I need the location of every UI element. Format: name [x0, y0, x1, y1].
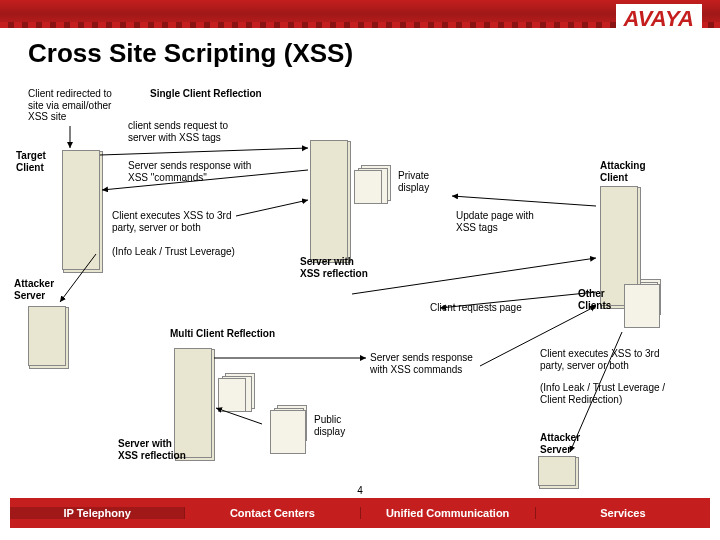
label-leak1: (Info Leak / Trust Leverage) — [112, 246, 235, 258]
server-box-1 — [310, 140, 348, 260]
top-bar — [0, 0, 720, 28]
label-target-client: TargetClient — [16, 150, 46, 173]
svg-line-3 — [236, 200, 308, 216]
heading-single: Single Client Reflection — [150, 88, 262, 100]
label-exec1: Client executes XSS to 3rdparty, server … — [112, 210, 232, 233]
sheets-other — [624, 284, 660, 328]
label-update: Update page withXSS tags — [456, 210, 534, 233]
page-number: 4 — [357, 485, 363, 496]
page-title: Cross Site Scripting (XSS) — [28, 38, 353, 69]
label-attacker-server2: AttackerServer — [540, 432, 580, 455]
label-leak2: (Info Leak / Trust Leverage /Client Redi… — [540, 382, 665, 405]
label-srv-xss2: Server withXSS reflection — [118, 438, 186, 461]
label-redirect: Client redirected tosite via email/other… — [28, 88, 128, 123]
brand-logo: AVAYA — [616, 4, 702, 34]
footer-unified-comm[interactable]: Unified Communication — [360, 507, 535, 519]
heading-multi: Multi Client Reflection — [170, 328, 275, 340]
sheets-public-sm — [218, 378, 246, 412]
sheets-public — [270, 410, 306, 454]
label-request: client sends request toserver with XSS t… — [128, 120, 228, 143]
attacker-server-box2 — [538, 456, 576, 486]
svg-line-6 — [352, 258, 596, 294]
label-public: Publicdisplay — [314, 414, 345, 437]
label-attacking-client: AttackingClient — [600, 160, 646, 183]
label-reqpage: Client requests page — [430, 302, 522, 314]
target-client-box — [62, 150, 100, 270]
footer-services[interactable]: Services — [535, 507, 710, 519]
footer-nav: IP Telephony Contact Centers Unified Com… — [10, 498, 710, 528]
svg-line-1 — [100, 148, 308, 155]
footer-ip-telephony[interactable]: IP Telephony — [10, 507, 184, 519]
label-attacker-server1: AttackerServer — [14, 278, 54, 301]
sheets-private — [354, 170, 382, 204]
label-srv-xss1: Server withXSS reflection — [300, 256, 368, 279]
label-response: Server sends response withXSS "commands" — [128, 160, 251, 183]
label-exec2: Client executes XSS to 3rdparty, server … — [540, 348, 660, 371]
svg-line-5 — [452, 196, 596, 206]
attacker-server-box1 — [28, 306, 66, 366]
label-resp2: Server sends responsewith XSS commands — [370, 352, 473, 375]
footer-contact-centers[interactable]: Contact Centers — [184, 507, 359, 519]
label-private: Privatedisplay — [398, 170, 429, 193]
label-other-clients: OtherClients — [578, 288, 611, 311]
